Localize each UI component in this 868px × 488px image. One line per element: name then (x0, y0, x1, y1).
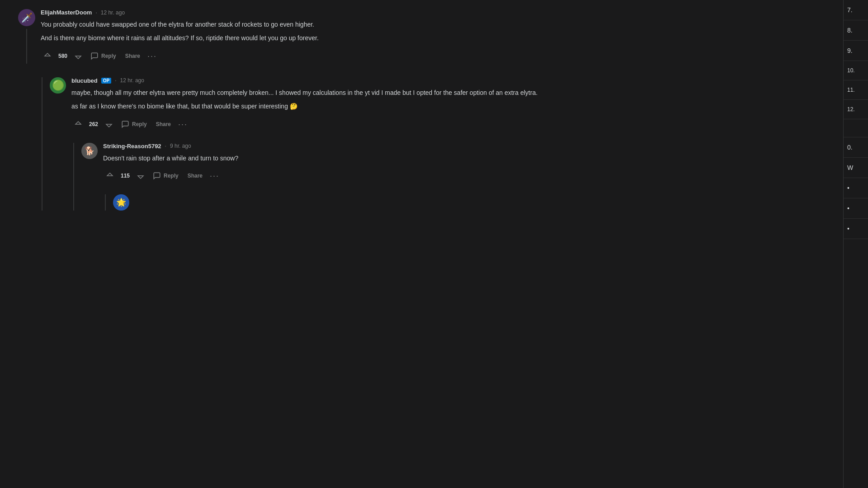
avatar-fourth: 🌟 (113, 194, 129, 211)
avatar-blucubed: 🟢 (50, 77, 66, 94)
downvote-button-2[interactable] (102, 118, 116, 130)
comment-3: 🐕 Striking-Reason5792 · 9 hr. ago Doesn'… (81, 143, 825, 183)
timestamp-2: 12 hr. ago (120, 77, 144, 84)
username-striking[interactable]: Striking-Reason5792 (103, 143, 161, 150)
sidebar-num-12: 12. (844, 100, 868, 119)
comment-1: 🗡️ ElijahMasterDoom · 12 hr. ago You pro… (18, 9, 825, 64)
comment-text-3: Doesn't rain stop after a while and turn… (103, 153, 825, 163)
sidebar-section-w: W (844, 158, 868, 178)
comment-2: 🟢 blucubed OP · 12 hr. ago maybe, though… (50, 77, 825, 132)
more-button-2[interactable]: ··· (176, 117, 189, 132)
timestamp-3: 9 hr. ago (170, 143, 191, 149)
comment-actions-2: 262 Reply Share ·· (71, 117, 825, 132)
comment-actions-3: 115 Reply Sha (103, 169, 825, 183)
comment-text-2: maybe, though all my other elytra were p… (71, 88, 825, 112)
vote-count-3: 115 (118, 173, 132, 179)
op-badge: OP (101, 78, 111, 84)
avatar-elijahmasterdoom: 🗡️ (18, 9, 35, 26)
sidebar-num-10: 10. (844, 61, 868, 80)
sidebar-num-11: 11. (844, 80, 868, 100)
reply-button-2[interactable]: Reply (118, 117, 151, 131)
right-sidebar: 7. 8. 9. 10. 11. 12. 0. W • • • (843, 0, 868, 488)
upvote-button-1[interactable] (41, 50, 54, 62)
sidebar-section-0: 0. (844, 137, 868, 158)
vote-count-2: 262 (87, 121, 100, 127)
username-blucubed[interactable]: blucubed (71, 77, 98, 84)
comment-4: 🌟 (113, 194, 825, 211)
upvote-button-2[interactable] (71, 118, 85, 130)
upvote-button-3[interactable] (103, 170, 117, 182)
share-button-3[interactable]: Share (184, 170, 206, 182)
sidebar-bullet-1: • (844, 178, 868, 198)
downvote-button-3[interactable] (134, 170, 147, 182)
sidebar-num-7: 7. (844, 0, 868, 20)
timestamp-1: 12 hr. ago (101, 9, 125, 16)
comment-text-1: You probably could have swapped one of t… (41, 19, 825, 43)
reply-button-1[interactable]: Reply (87, 49, 120, 63)
share-button-1[interactable]: Share (122, 50, 144, 62)
sidebar-bullet-3: • (844, 219, 868, 239)
reply-button-3[interactable]: Reply (149, 169, 182, 183)
more-button-1[interactable]: ··· (146, 49, 159, 64)
more-button-3[interactable]: ··· (208, 169, 221, 183)
sidebar-num-8: 8. (844, 20, 868, 41)
avatar-striking: 🐕 (81, 143, 98, 159)
downvote-button-1[interactable] (71, 50, 85, 62)
username-elijahmasterdoom[interactable]: ElijahMasterDoom (41, 9, 92, 16)
sidebar-num-9: 9. (844, 41, 868, 61)
sidebar-bullet-2: • (844, 198, 868, 219)
vote-count-1: 580 (56, 53, 70, 59)
comment-actions-1: 580 Reply Share ··· (41, 49, 825, 64)
share-button-2[interactable]: Share (152, 118, 175, 130)
